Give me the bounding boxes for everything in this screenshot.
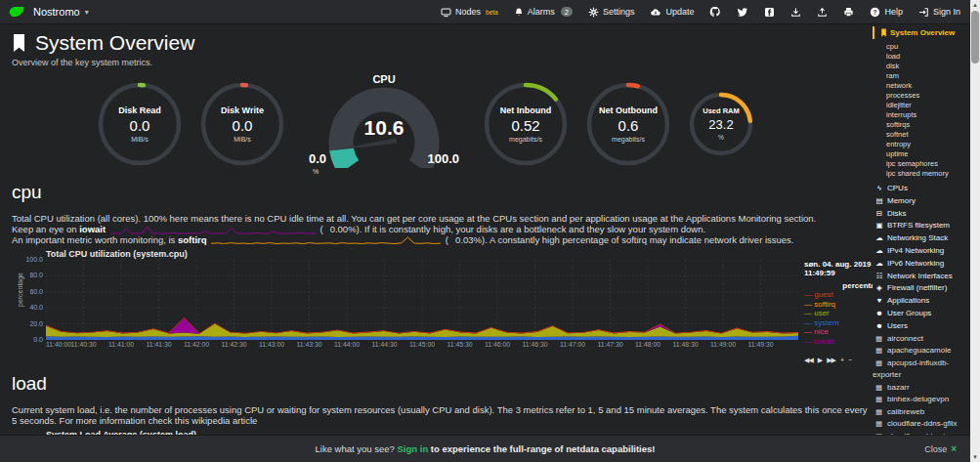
chart-zoom-in-button[interactable]: + — [840, 357, 843, 363]
scrollbar-down-arrow-icon[interactable]: ▼ — [970, 452, 980, 462]
sidebar-item-apacheguacamole[interactable]: ▦apacheguacamole — [873, 345, 970, 357]
gauge-disk-write[interactable]: Disk Write 0.0 MiB/s — [198, 80, 286, 168]
signin-link[interactable]: Sign in — [398, 443, 429, 454]
sidebar-item-cpu[interactable]: cpu — [873, 42, 970, 52]
sidebar-item-ipv6-networking[interactable]: ☁IPv6 Networking — [873, 258, 970, 271]
shield-icon: ◈ — [874, 282, 884, 295]
sidebar-item-load[interactable]: load — [873, 52, 970, 62]
sidebar-item-apcupsd-influxdb-exporter[interactable]: ▦apcupsd-influxdb-exporter — [873, 357, 970, 382]
update-label: Update — [665, 7, 694, 17]
grid-icon: ▦ — [875, 406, 884, 419]
load-section-text: Current system load, i.e. the number of … — [12, 404, 873, 426]
update-button[interactable]: Update — [650, 7, 694, 18]
sidebar-item-firewall-netfilter-[interactable]: ◈Firewall (netfilter) — [873, 282, 970, 295]
sidebar-item-idlejitter[interactable]: idlejitter — [873, 101, 970, 110]
scrollbar-up-arrow-icon[interactable]: ▲ — [970, 0, 980, 10]
sidebar-item-users[interactable]: ☻Users — [873, 320, 970, 333]
x-axis-tick: 11:40:00 — [46, 341, 71, 348]
sidebar-item-applications[interactable]: ♥Applications — [873, 295, 970, 308]
settings-button[interactable]: Settings — [588, 7, 635, 18]
sidebar-section-label: User Groups — [887, 309, 931, 317]
sidebar-app-label: bazarr — [887, 383, 910, 392]
gauge-used-ram[interactable]: Used RAM 23.2 % — [687, 90, 755, 158]
sidebar-subitems: cpuloaddiskramnetworkprocessesidlejitter… — [873, 42, 970, 179]
sidebar-item-binhex-delugevpn[interactable]: ▦binhex-delugevpn — [873, 394, 970, 406]
x-axis-tick: 11:43:30 — [297, 341, 322, 348]
page-scrollbar[interactable]: ▲ ▼ — [970, 0, 980, 462]
download-icon — [790, 7, 801, 18]
sidebar-item-btrfs-filesystem[interactable]: ▣BTRFS filesystem — [873, 220, 970, 232]
sidebar-item-memory[interactable]: ▤Memory — [873, 195, 970, 208]
grid-icon: ▦ — [875, 333, 884, 346]
export-snapshot-button[interactable] — [790, 7, 801, 18]
help-button[interactable]: ? Help — [870, 7, 903, 18]
sidebar-item-calibreweb[interactable]: ▦calibreweb — [873, 406, 970, 419]
legend-row-system[interactable]: — system5.2 — [804, 318, 873, 328]
sidebar-item-user-groups[interactable]: ☻User Groups — [873, 308, 970, 320]
legend-row-user[interactable]: — user3.4 — [804, 309, 873, 318]
gauge-disk-read[interactable]: Disk Read 0.0 MiB/s — [96, 80, 184, 168]
gear-icon — [588, 7, 599, 18]
gauge-unit: megabits/s — [612, 136, 645, 143]
svg-text:?: ? — [873, 8, 877, 15]
facebook-button[interactable] — [764, 7, 775, 18]
sidebar-app-label: cloudflare-ddns-gflix — [887, 419, 958, 428]
sidebar-item-ipc-shared-memory[interactable]: ipc shared memory — [873, 169, 970, 179]
gauge-disk-write-text: Disk Write 0.0 MiB/s — [198, 80, 286, 168]
legend-row-softirq[interactable]: — softirq0.0 — [804, 300, 873, 310]
sidebar-item-airconnect[interactable]: ▦airconnect — [873, 333, 970, 346]
gauge-value: 0.6 — [618, 117, 639, 134]
cloud-icon: ☁ — [874, 232, 884, 245]
sidebar-item-system-overview[interactable]: System Overview — [873, 26, 970, 39]
cpu-chart-canvas[interactable] — [46, 260, 798, 340]
cpu-chart-plot-area[interactable]: Total CPU utilization (system.cpu) 11:40… — [46, 249, 798, 365]
sidebar-item-processes[interactable]: processes — [873, 91, 970, 101]
netdata-logo-icon[interactable] — [8, 5, 25, 19]
legend-row-guest[interactable]: — guest1.2 — [804, 290, 873, 300]
chart-rewind-button[interactable]: ◀◀ — [804, 357, 813, 364]
sidebar-item-network-interfaces[interactable]: ☷Network Interfaces — [873, 271, 970, 283]
sidebar-item-bazarr[interactable]: ▦bazarr — [873, 382, 970, 395]
sidebar-item-cloudflare-ddns-gflix[interactable]: ▦cloudflare-ddns-gflix — [873, 418, 970, 431]
signin-button[interactable]: Sign In — [918, 7, 960, 18]
gauge-net-inbound-text: Net Inbound 0.52 megabits/s — [482, 80, 570, 168]
scrollbar-thumb[interactable] — [971, 11, 979, 63]
legend-row-iowait[interactable]: — iowait0.0 — [804, 337, 873, 347]
softirq-sparkline[interactable] — [211, 236, 441, 245]
gauge-net-outbound[interactable]: Net Outbound 0.6 megabits/s — [584, 80, 672, 168]
legend-rows: — guest1.2— softirq0.0— user3.4— system5… — [804, 290, 873, 347]
twitter-button[interactable] — [737, 7, 748, 18]
alarms-button[interactable]: Alarms 2 — [514, 7, 573, 18]
chart-zoom-out-button[interactable]: − — [848, 357, 851, 363]
sidebar-item-entropy[interactable]: entropy — [873, 140, 970, 149]
sidebar-item-networking-stack[interactable]: ☁Networking Stack — [873, 232, 970, 245]
github-button[interactable] — [709, 6, 721, 18]
sidebar-item-ipc-semaphores[interactable]: ipc semaphores — [873, 159, 970, 169]
y-axis-tick: 60.0 — [29, 288, 43, 295]
chart-forward-button[interactable]: ▶▶ — [827, 357, 835, 364]
print-button[interactable] — [843, 7, 854, 18]
sidebar-item-disk[interactable]: disk — [873, 62, 970, 71]
nodes-button[interactable]: Nodesbeta — [441, 7, 498, 18]
hostname-dropdown[interactable]: Nostromo ▾ — [33, 6, 89, 18]
x-axis-tick: 11:47:30 — [598, 341, 623, 348]
sidebar-item-network[interactable]: network — [873, 81, 970, 91]
import-snapshot-button[interactable] — [817, 7, 828, 18]
sidebar-item-ram[interactable]: ram — [873, 71, 970, 81]
sidebar-item-softirqs[interactable]: softirqs — [873, 120, 970, 130]
sidebar-item-disks[interactable]: ⊟Disks — [873, 208, 970, 221]
sidebar-item-cpus[interactable]: ϟCPUs — [873, 183, 970, 195]
chart-play-button[interactable]: ▶ — [818, 357, 822, 364]
sidebar-item-uptime[interactable]: uptime — [873, 149, 970, 159]
gauge-net-inbound[interactable]: Net Inbound 0.52 megabits/s — [482, 80, 570, 168]
sidebar-item-softnet[interactable]: softnet — [873, 130, 970, 140]
sidebar-item-ipv4-networking[interactable]: ☁IPv4 Networking — [873, 245, 970, 258]
sidebar-item-interrupts[interactable]: interrupts — [873, 110, 970, 120]
legend-row-nice[interactable]: — nice0.7 — [804, 327, 873, 337]
sidebar-app-label: calibreweb — [887, 407, 924, 416]
close-banner-button[interactable]: Close × — [924, 443, 957, 454]
iowait-sparkline[interactable] — [110, 226, 316, 234]
gauge-cpu[interactable]: CPU 10.6 0.0 100.0 % — [301, 73, 467, 174]
bolt-icon: ϟ — [874, 183, 884, 195]
sidebar-section-label: IPv4 Networking — [887, 246, 944, 255]
